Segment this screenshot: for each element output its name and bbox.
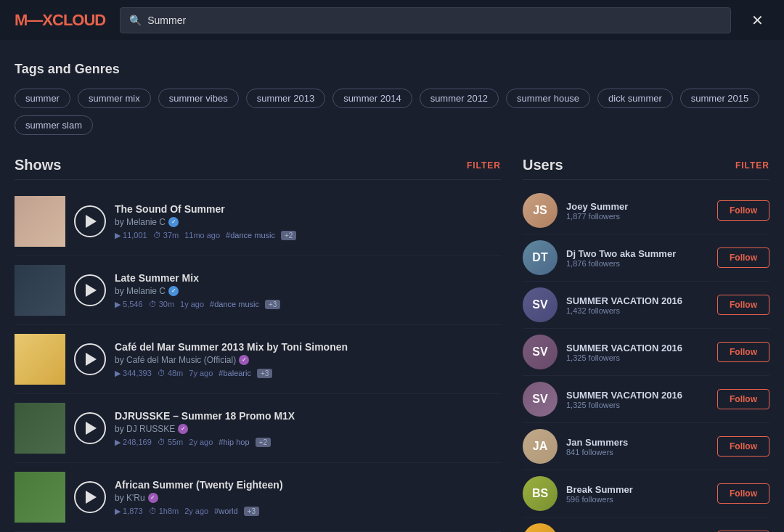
follow-button[interactable]: Follow [717,200,769,221]
avatar-placeholder: JA [523,429,558,464]
show-artist: by DJ RUSSKE ✓ [115,424,501,434]
duration: ⏱ 30m [149,300,174,308]
avatar: JA [523,429,558,464]
tag-pill[interactable]: summer house [506,89,590,108]
genre-tag[interactable]: #world [214,507,237,515]
user-info: Dj Two Two aka Summer 1,876 followers [566,248,709,268]
tags-container: summersummer mixsummer vibessummer 2013s… [15,89,769,135]
tag-pill[interactable]: summer slam [15,115,93,135]
user-info: SUMMER VACATION 2016 1,325 followers [566,390,709,409]
logo: M—XCLOUD [15,11,105,30]
show-info: DJRUSSKE – Summer 18 Promo M1X by DJ RUS… [115,410,501,447]
play-button[interactable] [74,205,106,237]
show-item: African Summer (Twenty Eighteen) by K'Ru… [15,463,501,532]
extra-badge: +3 [244,507,259,516]
show-title: DJRUSSKE – Summer 18 Promo M1X [115,410,501,422]
avatar: JS [523,193,558,228]
avatar: SV [523,335,558,369]
user-followers: 596 followers [566,495,709,504]
show-info: African Summer (Twenty Eighteen) by K'Ru… [115,479,501,516]
follow-button[interactable]: Follow [717,389,769,409]
avatar: DT [523,240,558,275]
verified-icon: ✓ [178,424,188,434]
tag-pill[interactable]: summer 2012 [420,89,499,108]
main-content: Tags and Genres summersummer mixsummer v… [0,40,784,532]
user-name: SUMMER VACATION 2016 [566,343,709,353]
show-thumbnail [15,334,65,385]
show-item: Café del Mar Summer 2013 Mix by Toni Sim… [15,325,501,394]
tag-pill[interactable]: summer vibes [158,89,239,108]
shows-header: Shows FILTER [15,157,501,180]
show-title: African Summer (Twenty Eighteen) [115,479,501,491]
duration: ⏱ 37m [153,231,179,240]
close-button[interactable]: ✕ [746,9,769,32]
play-button[interactable] [74,481,106,513]
user-followers: 1,877 followers [566,212,709,221]
genre-tag[interactable]: #dance music [226,231,275,240]
extra-badge: +2 [281,231,296,240]
follow-button[interactable]: Follow [717,247,769,268]
follow-button[interactable]: Follow [717,483,769,504]
user-info: SUMMER VACATION 2016 1,432 followers [566,295,709,315]
show-meta: ▶ 344,393 ⏱ 48m 7y ago #balearic +3 [115,369,501,378]
shows-filter-button[interactable]: FILTER [467,160,501,171]
play-count: ▶ 11,001 [115,231,147,240]
follow-button[interactable]: Follow [717,436,769,457]
tag-pill[interactable]: summer 2013 [246,89,325,108]
genre-tag[interactable]: #dance music [210,300,259,308]
genre-tag[interactable]: #balearic [219,369,251,377]
tag-pill[interactable]: dick summer [597,89,673,108]
show-artist: by K'Ru ✓ [115,493,501,503]
show-thumbnail [15,265,65,316]
genre-tag[interactable]: #hip hop [219,438,249,446]
user-item: JS Joey Summer 1,877 followers Follow [523,187,769,234]
avatar-placeholder: DT [523,240,558,275]
show-thumbnail [15,196,65,247]
user-item: LS Love Summer Daimods 651 followers Fol… [523,517,769,532]
tag-pill[interactable]: summer 2014 [332,89,412,108]
search-input[interactable] [147,15,722,26]
user-info: SUMMER VACATION 2016 1,325 followers [566,343,709,362]
user-info: Jan Summers 841 followers [566,437,709,457]
search-icon: 🔍 [129,15,142,26]
user-item: SV SUMMER VACATION 2016 1,325 followers … [523,376,769,423]
user-item: DT Dj Two Two aka Summer 1,876 followers… [523,234,769,282]
user-item: SV SUMMER VACATION 2016 1,432 followers … [523,282,769,329]
tag-pill[interactable]: summer [15,89,70,108]
verified-icon: ✓ [148,493,158,503]
show-thumbnail [15,403,65,454]
time-ago: 2y ago [189,438,213,446]
search-bar: 🔍 [120,7,731,33]
show-title: The Sound Of Summer [115,203,501,215]
users-header: Users FILTER [523,157,769,180]
tag-pill[interactable]: summer 2015 [680,89,759,108]
play-button[interactable] [74,412,106,444]
show-info: Late Summer Mix by Melanie C ✓ ▶ 5,546 ⏱… [115,272,501,309]
play-button[interactable] [74,274,106,306]
duration: ⏱ 48m [158,369,183,377]
time-ago: 2y ago [184,507,208,515]
play-icon [86,353,97,366]
follow-button[interactable]: Follow [717,295,769,315]
follow-button[interactable]: Follow [717,342,769,362]
show-info: Café del Mar Summer 2013 Mix by Toni Sim… [115,341,501,378]
user-item: BS Break Summer 596 followers Follow [523,470,769,517]
user-name: Dj Two Two aka Summer [566,248,709,259]
tag-pill[interactable]: summer mix [78,89,151,108]
verified-icon: ✓ [168,217,179,227]
show-item: DJRUSSKE – Summer 18 Promo M1X by DJ RUS… [15,394,501,463]
shows-title: Shows [15,157,61,173]
user-info: Break Summer 596 followers [566,484,709,504]
show-artist: by Melanie C ✓ [115,217,501,227]
play-count: ▶ 1,873 [115,507,143,516]
play-count: ▶ 248,169 [115,438,152,447]
users-filter-button[interactable]: FILTER [735,160,769,171]
avatar: SV [523,287,558,322]
verified-icon: ✓ [168,286,179,296]
play-button[interactable] [74,343,106,375]
user-name: Break Summer [566,484,709,495]
user-followers: 1,325 followers [566,353,709,362]
avatar-placeholder: BS [523,476,558,511]
user-name: SUMMER VACATION 2016 [566,390,709,401]
avatar-placeholder: SV [523,287,558,322]
